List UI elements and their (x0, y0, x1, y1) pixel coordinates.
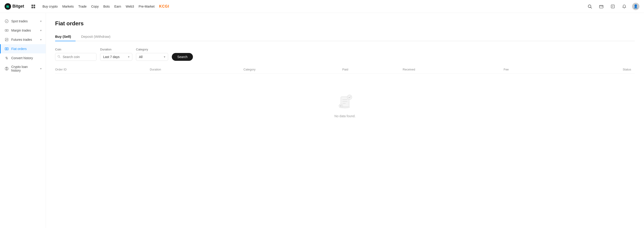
futures-trades-icon (4, 37, 9, 42)
filter-category: Category All Buy Sell ▼ (136, 48, 168, 61)
sidebar-item-spot-trades[interactable]: Spot trades ▼ (0, 17, 46, 26)
margin-trades-chevron: ▼ (40, 29, 42, 32)
nav-trade[interactable]: Trade (78, 4, 86, 9)
col-status: Status (559, 65, 635, 74)
coin-filter-label: Coin (55, 48, 96, 51)
sidebar-item-margin-trades-label: Margin trades (11, 29, 31, 32)
col-received: Received (402, 65, 504, 74)
main-content: Fiat orders Buy (Sell) Deposit (Withdraw… (46, 13, 644, 228)
nav-links: Buy crypto Markets Trade Copy Bots Earn … (42, 4, 580, 9)
col-paid: Paid (342, 65, 402, 74)
empty-state: No data found. (55, 74, 635, 136)
filter-coin: Coin (55, 48, 96, 61)
crypto-loan-history-chevron: ▼ (40, 67, 42, 70)
coin-search-icon (58, 55, 60, 59)
svg-rect-2 (34, 5, 35, 6)
tab-buy-sell[interactable]: Buy (Sell) (55, 32, 76, 41)
nav-buy-crypto[interactable]: Buy crypto (42, 4, 58, 9)
sidebar-item-margin-trades[interactable]: Margin trades ▼ (0, 26, 46, 35)
nav-earn[interactable]: Earn (114, 4, 121, 9)
top-navigation: Bitget Buy crypto Markets Trade Copy Bot… (0, 0, 644, 13)
brand-name: Bitget (12, 4, 24, 9)
sidebar-item-fiat-orders[interactable]: Fiat orders (0, 44, 46, 53)
col-category: Category (244, 65, 342, 74)
page-title: Fiat orders (55, 20, 635, 27)
sidebar-item-convert-history[interactable]: Convert history (0, 53, 46, 63)
sidebar-item-convert-history-label: Convert history (11, 56, 33, 60)
svg-rect-8 (611, 5, 614, 8)
tabs: Buy (Sell) Deposit (Withdraw) (55, 32, 635, 41)
svg-rect-3 (32, 7, 33, 8)
duration-select-wrapper: Last 7 days Last 30 days Last 90 days ▼ (100, 53, 132, 61)
svg-point-27 (347, 95, 352, 99)
sidebar-item-futures-trades-label: Futures trades (11, 38, 32, 41)
nav-pre-market[interactable]: Pre-Market (139, 4, 154, 9)
sidebar-item-spot-trades-label: Spot trades (11, 19, 28, 23)
duration-filter-label: Duration (100, 48, 132, 51)
tab-deposit-withdraw[interactable]: Deposit (Withdraw) (81, 32, 115, 41)
svg-line-6 (591, 7, 592, 8)
category-select-wrapper: All Buy Sell ▼ (136, 53, 168, 61)
nav-bots[interactable]: Bots (103, 4, 110, 9)
duration-select[interactable]: Last 7 days Last 30 days Last 90 days (100, 53, 132, 61)
coin-search-wrapper (55, 53, 96, 61)
svg-point-15 (6, 48, 7, 50)
crypto-loan-history-icon (4, 66, 9, 71)
coin-search-input[interactable] (55, 53, 96, 61)
nav-markets[interactable]: Markets (62, 4, 74, 9)
sidebar-item-fiat-orders-label: Fiat orders (11, 47, 27, 51)
svg-rect-7 (600, 5, 603, 8)
sidebar: Spot trades ▼ Margin trades ▼ Futures tr… (0, 13, 46, 228)
wallet-icon-btn[interactable] (598, 3, 605, 10)
search-icon-btn[interactable] (586, 3, 594, 10)
no-data-icon (336, 92, 354, 110)
category-select[interactable]: All Buy Sell (136, 53, 168, 61)
table-header-row: Order ID Duration Category Paid Received… (55, 65, 635, 74)
convert-history-icon (4, 56, 9, 60)
bitget-logo-icon (4, 3, 11, 10)
grid-menu-icon[interactable] (30, 3, 37, 10)
svg-rect-4 (34, 7, 35, 8)
sidebar-item-futures-trades[interactable]: Futures trades ▼ (0, 35, 46, 44)
svg-rect-14 (5, 48, 8, 50)
nav-kcgi[interactable]: KCGI (159, 4, 169, 9)
sidebar-item-crypto-loan-history[interactable]: Crypto loan history ▼ (0, 63, 46, 75)
sidebar-item-crypto-loan-history-label: Crypto loan history (11, 65, 38, 72)
spot-trades-chevron: ▼ (40, 20, 42, 23)
fiat-orders-icon (4, 47, 9, 51)
svg-rect-1 (32, 5, 33, 6)
search-button[interactable]: Search (172, 53, 193, 61)
col-duration: Duration (150, 65, 244, 74)
filters-bar: Coin Duration Last 7 days (55, 48, 635, 61)
main-layout: Spot trades ▼ Margin trades ▼ Futures tr… (0, 13, 644, 228)
margin-trades-icon (4, 28, 9, 33)
orders-table: Order ID Duration Category Paid Received… (55, 65, 635, 74)
filter-duration: Duration Last 7 days Last 30 days Last 9… (100, 48, 132, 61)
brand-logo[interactable]: Bitget (4, 3, 24, 10)
empty-state-message: No data found. (334, 114, 356, 118)
user-avatar[interactable]: 👤 (632, 3, 640, 10)
orders-table-wrapper: Order ID Duration Category Paid Received… (55, 65, 635, 136)
col-order-id: Order ID (55, 65, 150, 74)
topnav-right-actions: 👤 (586, 3, 640, 10)
spot-trades-icon (4, 19, 9, 24)
nav-copy[interactable]: Copy (91, 4, 99, 9)
futures-trades-chevron: ▼ (40, 39, 42, 41)
category-filter-label: Category (136, 48, 168, 51)
empty-state-illustration (336, 92, 354, 110)
orders-icon-btn[interactable] (609, 3, 616, 10)
svg-line-21 (60, 57, 60, 58)
notifications-icon-btn[interactable] (620, 3, 628, 10)
nav-web3[interactable]: Web3 (126, 4, 134, 9)
col-fee: Fee (504, 65, 559, 74)
